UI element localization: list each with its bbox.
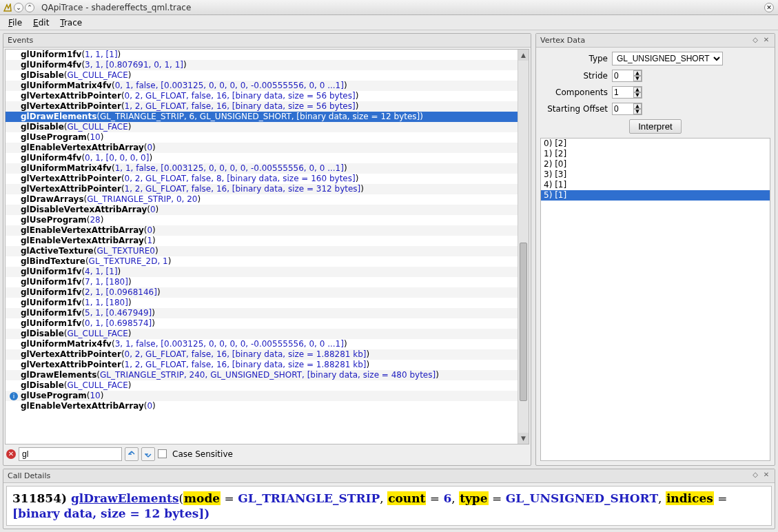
call-details-detach-icon[interactable]: ◇: [751, 471, 759, 480]
event-row[interactable]: glUniform4fv(0, 1, [0, 0, 0, 0]): [6, 153, 529, 163]
call-details-body: 311854) glDrawElements(mode = GL_TRIANGL…: [6, 486, 772, 526]
offset-down[interactable]: ▼: [633, 109, 642, 114]
menu-edit[interactable]: Edit: [28, 17, 54, 29]
event-row[interactable]: glBindTexture(GL_TEXTURE_2D, 1): [6, 256, 529, 267]
window-minimize-button[interactable]: ⌄: [14, 3, 23, 12]
event-row[interactable]: glUniform1fv(7, 1, [180]): [6, 277, 529, 287]
event-row[interactable]: glEnableVertexAttribArray(1): [6, 236, 529, 246]
vertex-data-panel: Vertex Data ◇ ✕ Type GL_UNSIGNED_SHORT S…: [535, 33, 775, 466]
type-select[interactable]: GL_UNSIGNED_SHORT: [612, 52, 723, 65]
vertex-row[interactable]: 0) [2]: [541, 139, 770, 149]
stride-down[interactable]: ▼: [633, 76, 642, 81]
search-prev-button[interactable]: [125, 447, 139, 461]
event-row[interactable]: glUniform1fv(4, 1, [1]): [6, 267, 529, 277]
events-panel: Events glUniform1fv(1, 1, [1])glUniform4…: [3, 33, 531, 466]
event-row[interactable]: glDisable(GL_CULL_FACE): [6, 380, 529, 391]
event-row[interactable]: glVertexAttribPointer(0, 2, GL_FLOAT, fa…: [6, 349, 529, 360]
search-bar: ✕ Case Sensitive: [5, 444, 529, 464]
stride-spinner[interactable]: ▲▼: [612, 70, 642, 82]
event-row[interactable]: glUniformMatrix4fv(3, 1, false, [0.00312…: [6, 339, 529, 349]
stride-up[interactable]: ▲: [633, 70, 642, 76]
event-row[interactable]: glUniform1fv(0, 1, [0.698574]): [6, 318, 529, 329]
event-row[interactable]: glDisable(GL_CULL_FACE): [6, 70, 529, 81]
event-row[interactable]: glUniform1fv(5, 1, [0.467949]): [6, 308, 529, 318]
vertex-row[interactable]: 3) [3]: [541, 170, 770, 180]
event-row[interactable]: glDrawElements(GL_TRIANGLE_STRIP, 6, GL_…: [6, 112, 529, 122]
event-row[interactable]: glEnableVertexAttribArray(0): [6, 225, 529, 236]
vertex-close-icon[interactable]: ✕: [762, 37, 770, 45]
vertex-title: Vertex Data: [540, 36, 585, 45]
event-row[interactable]: glUniform1fv(2, 1, [0.0968146]): [6, 287, 529, 298]
menu-trace[interactable]: Trace: [54, 17, 88, 29]
call-details-header: Call Details ◇ ✕: [3, 469, 775, 483]
vertex-panel-header: Vertex Data ◇ ✕: [536, 34, 775, 48]
components-spinner[interactable]: ▲▼: [612, 86, 642, 99]
titlebar: ⌄ ⌃ QApiTrace - shadereffects_qml.trace …: [0, 0, 778, 15]
event-row[interactable]: glDisable(GL_CULL_FACE): [6, 329, 529, 339]
call-details-title: Call Details: [8, 471, 50, 480]
event-row[interactable]: glDisable(GL_CULL_FACE): [6, 122, 529, 132]
event-row[interactable]: glDrawArrays(GL_TRIANGLE_STRIP, 0, 20): [6, 194, 529, 205]
components-label: Components: [540, 88, 608, 97]
stride-input[interactable]: [613, 70, 633, 81]
events-list[interactable]: glUniform1fv(1, 1, [1])glUniform4fv(3, 1…: [5, 49, 529, 444]
call-details-close-icon[interactable]: ✕: [762, 471, 770, 480]
call-details-panel: Call Details ◇ ✕ 311854) glDrawElements(…: [3, 469, 775, 529]
event-row[interactable]: glVertexAttribPointer(0, 2, GL_FLOAT, fa…: [6, 174, 529, 184]
event-row[interactable]: glUniform1fv(1, 1, [1]): [6, 50, 529, 60]
info-icon: i: [10, 392, 18, 400]
event-row[interactable]: glDisableVertexAttribArray(0): [6, 205, 529, 215]
interpret-button[interactable]: Interpret: [629, 119, 682, 134]
case-sensitive-label: Case Sensitive: [172, 449, 233, 459]
event-row[interactable]: glUniformMatrix4fv(0, 1, false, [0.00312…: [6, 81, 529, 91]
type-label: Type: [540, 54, 608, 63]
event-row[interactable]: glUseProgram(10): [6, 132, 529, 143]
event-row[interactable]: glVertexAttribPointer(0, 2, GL_FLOAT, fa…: [6, 91, 529, 101]
event-row[interactable]: glEnableVertexAttribArray(0): [6, 143, 529, 153]
scroll-thumb[interactable]: [520, 243, 527, 401]
event-row[interactable]: glVertexAttribPointer(1, 2, GL_FLOAT, fa…: [6, 101, 529, 112]
event-row[interactable]: glDrawElements(GL_TRIANGLE_STRIP, 240, G…: [6, 370, 529, 380]
stride-label: Stride: [540, 71, 608, 81]
components-input[interactable]: [613, 87, 633, 98]
window-title: QApiTrace - shadereffects_qml.trace: [41, 3, 191, 12]
event-row[interactable]: glUniform4fv(3, 1, [0.807691, 0, 1, 1]): [6, 60, 529, 70]
event-row[interactable]: glActiveTexture(GL_TEXTURE0): [6, 246, 529, 256]
main-area: Events glUniform1fv(1, 1, [1])glUniform4…: [0, 30, 778, 469]
offset-input[interactable]: [613, 103, 633, 114]
search-next-button[interactable]: [141, 447, 155, 461]
events-title: Events: [8, 36, 33, 45]
menu-file[interactable]: File: [3, 17, 28, 29]
components-down[interactable]: ▼: [633, 92, 642, 98]
vertex-row[interactable]: 5) [1]: [541, 190, 770, 201]
event-row[interactable]: glVertexAttribPointer(1, 2, GL_FLOAT, fa…: [6, 184, 529, 194]
window-maximize-button[interactable]: ⌃: [25, 3, 34, 12]
event-row[interactable]: glUniformMatrix4fv(1, 1, false, [0.00312…: [6, 163, 529, 174]
call-fn[interactable]: glDrawElements: [71, 491, 179, 505]
search-clear-icon[interactable]: ✕: [6, 449, 16, 459]
offset-label: Starting Offset: [540, 104, 608, 114]
events-panel-header: Events: [3, 34, 531, 48]
events-scrollbar[interactable]: ▲ ▼: [518, 50, 529, 444]
search-input[interactable]: [19, 447, 122, 461]
vertex-row[interactable]: 1) [2]: [541, 149, 770, 159]
vertex-row[interactable]: 2) [0]: [541, 159, 770, 170]
case-sensitive-checkbox[interactable]: [158, 449, 167, 458]
scroll-up-button[interactable]: ▲: [518, 50, 529, 61]
event-row[interactable]: glEnableVertexAttribArray(0): [6, 401, 529, 411]
offset-up[interactable]: ▲: [633, 103, 642, 109]
vertex-detach-icon[interactable]: ◇: [751, 37, 759, 45]
event-row[interactable]: iglUseProgram(10): [6, 391, 529, 401]
event-row[interactable]: glUseProgram(28): [6, 215, 529, 225]
vertex-list[interactable]: 0) [2]1) [2]2) [0]3) [3]4) [1]5) [1]: [540, 138, 770, 461]
app-icon: [3, 3, 12, 12]
event-row[interactable]: glUniform1fv(1, 1, [180]): [6, 298, 529, 308]
offset-spinner[interactable]: ▲▼: [612, 103, 642, 115]
menubar: File Edit Trace: [0, 15, 778, 30]
scroll-down-button[interactable]: ▼: [518, 433, 529, 444]
window-close-button[interactable]: ✕: [764, 3, 774, 12]
components-up[interactable]: ▲: [633, 87, 642, 92]
event-row[interactable]: glVertexAttribPointer(1, 2, GL_FLOAT, fa…: [6, 360, 529, 370]
vertex-row[interactable]: 4) [1]: [541, 180, 770, 190]
